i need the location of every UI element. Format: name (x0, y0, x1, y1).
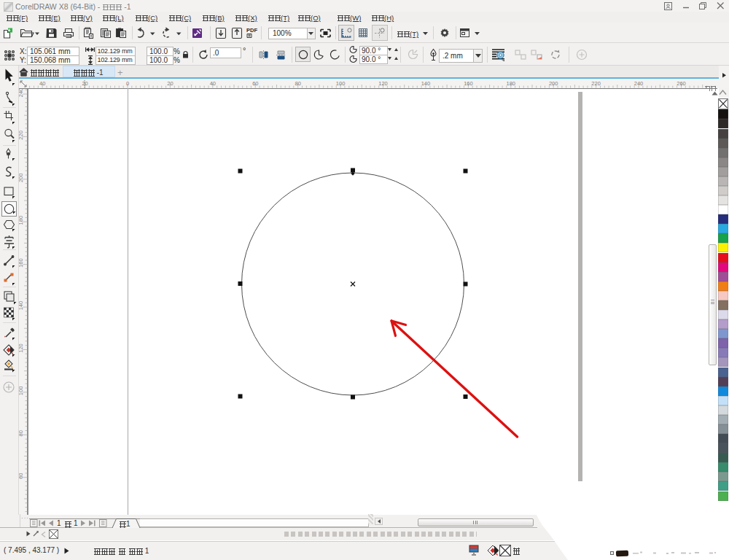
svg-text:1: 1 (74, 519, 78, 527)
svg-text:140: 140 (421, 80, 431, 87)
svg-text:160: 160 (464, 80, 473, 87)
svg-text:80: 80 (295, 80, 301, 87)
svg-text:260: 260 (677, 80, 686, 87)
svg-text:20: 20 (82, 80, 87, 87)
svg-text:0: 0 (126, 80, 129, 87)
svg-text:100: 100 (336, 80, 346, 87)
svg-text:220: 220 (591, 80, 601, 87)
svg-text:120: 120 (378, 80, 388, 87)
svg-text:40: 40 (210, 80, 216, 87)
svg-text:240: 240 (634, 80, 644, 87)
svg-text:180: 180 (507, 80, 516, 87)
svg-text:200: 200 (549, 80, 558, 87)
svg-text:20: 20 (167, 80, 173, 87)
svg-text:60: 60 (252, 80, 258, 87)
svg-text:PDF: PDF (246, 27, 257, 34)
svg-text:1: 1 (57, 519, 61, 527)
svg-text:40: 40 (39, 80, 45, 87)
